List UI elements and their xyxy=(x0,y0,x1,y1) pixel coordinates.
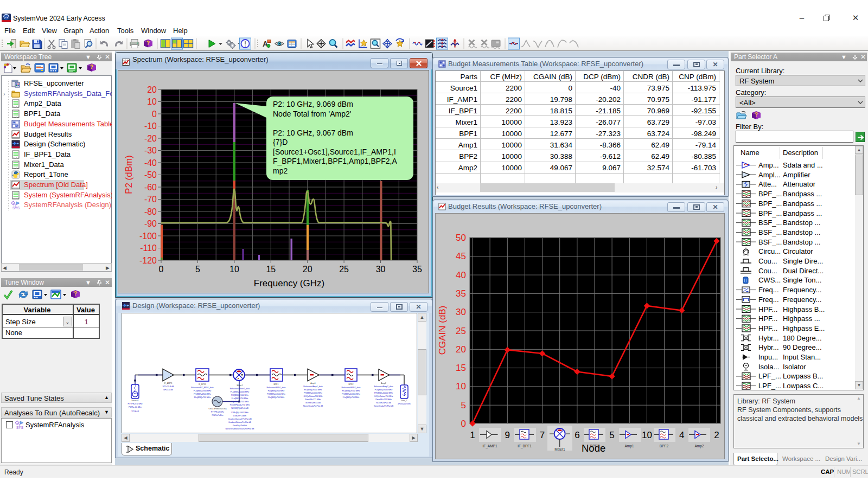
svg-text:?: ? xyxy=(90,64,93,70)
svg-text:NOISE=NF=5 dB: NOISE=NF=5 dB xyxy=(376,402,391,404)
svg-text:70.969: 70.969 xyxy=(647,107,669,115)
svg-text:FLo[BW]=9500 MHz: FLo[BW]=9500 MHz xyxy=(304,389,322,391)
svg-text:?: ? xyxy=(74,291,77,297)
svg-text:FLo[BW]=750 MHz: FLo[BW]=750 MHz xyxy=(194,396,211,399)
svg-text:-98.249: -98.249 xyxy=(691,130,716,138)
svg-text:FLo[BW]=10000 MHz: FLo[BW]=10000 MHz xyxy=(231,391,250,393)
svg-text:BPF_...: BPF_... xyxy=(758,200,782,208)
svg-text:FHi[BW]=10500 MHz: FHi[BW]=10500 MHz xyxy=(267,393,285,395)
svg-text:Amp2: Amp2 xyxy=(458,164,477,172)
svg-text:5: 5 xyxy=(461,400,466,410)
svg-text:Single Dire...: Single Dire... xyxy=(783,257,823,265)
svg-text:Hybr...: Hybr... xyxy=(758,343,779,351)
svg-text:49.067: 49.067 xyxy=(550,164,572,172)
svg-text:GradientGain=5 PerFlat dB: GradientGain=5 PerFlat dB xyxy=(228,418,252,420)
svg-text:?: ? xyxy=(755,112,758,118)
svg-text:Amp...: Amp... xyxy=(758,161,779,169)
svg-text:Ampl...: Ampl... xyxy=(758,171,780,179)
svg-text:Input Stan...: Input Stan... xyxy=(783,353,821,361)
svg-text:FLo[BW]=950 MHz: FLo[BW]=950 MHz xyxy=(268,390,285,392)
svg-text:IF_AMP1: IF_AMP1 xyxy=(164,382,173,384)
svg-text:FHi[BW]=10000 MHz: FHi[BW]=10000 MHz xyxy=(374,392,393,394)
svg-text:Bandpass ...: Bandpass ... xyxy=(783,190,822,198)
svg-text:Inpu...: Inpu... xyxy=(758,353,778,361)
svg-text:FTYPE=8 GHz: FTYPE=8 GHz xyxy=(211,411,224,413)
svg-text:Bandpass ...: Bandpass ... xyxy=(783,209,822,217)
svg-text:Bandstop ...: Bandstop ... xyxy=(783,228,820,236)
svg-text:BSF_...: BSF_... xyxy=(758,228,782,236)
svg-text:0: 0 xyxy=(568,84,572,92)
svg-text:10000: 10000 xyxy=(501,141,522,149)
svg-text:CNP (dBm): CNP (dBm) xyxy=(679,73,716,81)
svg-text:-8.366: -8.366 xyxy=(600,141,621,149)
svg-text:SYS: SYS xyxy=(16,426,24,429)
svg-text:-79.14: -79.14 xyxy=(695,141,717,149)
svg-text:15: 15 xyxy=(456,363,466,373)
svg-text:1: 1 xyxy=(470,430,475,440)
svg-text:NoiseGradNoiseGain=PerFlat dB: NoiseGradNoiseGain=PerFlat dB xyxy=(225,428,254,430)
svg-text:30.388: 30.388 xyxy=(550,152,572,160)
svg-text:19.798: 19.798 xyxy=(550,95,572,104)
svg-text:10000: 10000 xyxy=(501,130,522,138)
svg-text:BPF2: BPF2 xyxy=(660,444,669,448)
svg-text:Amp1: Amp1 xyxy=(458,141,477,149)
svg-text:-9.612: -9.612 xyxy=(600,152,621,160)
svg-text:Bandstop ...: Bandstop ... xyxy=(783,219,820,227)
svg-text:Highpass E...: Highpass E... xyxy=(783,324,825,332)
svg-text:PWR=7 dBm: PWR=7 dBm xyxy=(212,414,224,416)
svg-text:-92.155: -92.155 xyxy=(691,107,716,115)
svg-text:HPF...: HPF... xyxy=(758,305,777,313)
svg-text:2200: 2200 xyxy=(506,95,522,104)
svg-text:90 Degree...: 90 Degree... xyxy=(783,343,822,351)
svg-text:BehavioralFT_BPF1_data: BehavioralFT_BPF1_data xyxy=(191,387,213,389)
svg-text:180 Degre...: 180 Degre... xyxy=(783,334,822,342)
svg-text:Amp2: Amp2 xyxy=(381,382,386,384)
svg-text:Amplifier: Amplifier xyxy=(783,171,810,179)
svg-text:TPYE=R: TPYE=R xyxy=(131,410,139,413)
svg-text:Circulator: Circulator xyxy=(783,247,813,255)
svg-text:35: 35 xyxy=(456,288,466,299)
svg-text:PminRF[out]=771 MHz: PminRF[out]=771 MHz xyxy=(230,404,250,406)
svg-text:Dual Direct...: Dual Direct... xyxy=(783,267,824,275)
svg-text:Frequency...: Frequency... xyxy=(783,296,821,304)
svg-text:NoiseGrad=PerFlat dB: NoiseGrad=PerFlat dB xyxy=(374,405,394,407)
svg-text:HPF...: HPF... xyxy=(758,314,777,323)
svg-text:Isolator: Isolator xyxy=(783,363,806,371)
svg-text:Cou...: Cou... xyxy=(758,267,777,275)
svg-text:IF_BPF1: IF_BPF1 xyxy=(518,444,532,448)
svg-text:Osc1 (FsMixer=Osc): Osc1 (FsMixer=Osc) xyxy=(208,408,226,410)
svg-text:70.975: 70.975 xyxy=(647,95,669,104)
svg-text:GCQ=Ratio=750 MHz: GCQ=Ratio=750 MHz xyxy=(303,395,322,397)
svg-text:ZPort=50 Ohm: ZPort=50 Ohm xyxy=(398,403,411,405)
svg-text:GCQ=Ratio=750 MHz: GCQ=Ratio=750 MHz xyxy=(374,395,393,397)
svg-text:BPF2: BPF2 xyxy=(459,152,477,160)
svg-text:PminRF=771 MHz: PminRF=771 MHz xyxy=(305,399,321,401)
svg-text:7: 7 xyxy=(540,430,545,440)
svg-text:Mixer1: Mixer1 xyxy=(237,384,243,387)
svg-text:63.724: 63.724 xyxy=(647,130,670,138)
svg-text:-21.185: -21.185 xyxy=(596,107,621,115)
svg-text:Amp1: Amp1 xyxy=(625,444,634,448)
svg-text:Source1: Source1 xyxy=(131,400,138,402)
svg-text:GradientNoise=PerFlat dB: GradientNoise=PerFlat dB xyxy=(228,421,252,423)
svg-text:6: 6 xyxy=(575,430,579,440)
svg-text:0: 0 xyxy=(461,419,466,429)
svg-text:CGAIN (dB): CGAIN (dB) xyxy=(533,73,572,81)
svg-text:Hybr...: Hybr... xyxy=(758,334,779,342)
svg-text:20: 20 xyxy=(456,344,466,355)
svg-text:CNDR (dB): CNDR (dB) xyxy=(633,73,669,81)
svg-text:Isola...: Isola... xyxy=(758,363,779,371)
svg-text:BehavioralAmp1_data: BehavioralAmp1_data xyxy=(303,386,322,388)
svg-text:Bandstop ...: Bandstop ... xyxy=(783,238,820,246)
svg-text:50: 50 xyxy=(456,233,466,243)
svg-text:FLo[BW]=1900 MHz: FLo[BW]=1900 MHz xyxy=(194,390,212,392)
svg-text:-91.177: -91.177 xyxy=(691,95,716,104)
svg-text:10000: 10000 xyxy=(501,152,522,160)
svg-text:Highpass ...: Highpass ... xyxy=(783,314,820,323)
svg-text:-26.077: -26.077 xyxy=(596,118,621,126)
svg-text:9: 9 xyxy=(505,430,510,440)
svg-text:10: 10 xyxy=(642,430,652,440)
svg-text:Frequency...: Frequency... xyxy=(783,286,821,294)
svg-text:Amp2: Amp2 xyxy=(695,444,704,448)
svg-text:LSB=[F]=1000 MHz: LSB=[F]=1000 MHz xyxy=(231,412,248,414)
